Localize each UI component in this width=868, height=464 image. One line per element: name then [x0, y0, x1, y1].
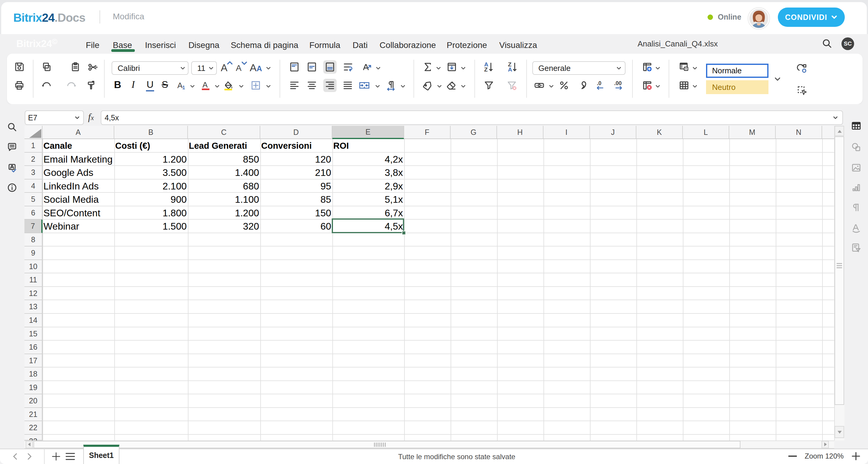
svg-text:Z: Z — [484, 66, 488, 73]
svg-text:.00: .00 — [614, 80, 622, 86]
svg-text:1: 1 — [182, 85, 185, 90]
svg-text:A: A — [508, 66, 512, 73]
svg-text:A: A — [203, 80, 208, 89]
svg-text:A: A — [177, 81, 183, 90]
svg-text:.0: .0 — [597, 80, 601, 86]
